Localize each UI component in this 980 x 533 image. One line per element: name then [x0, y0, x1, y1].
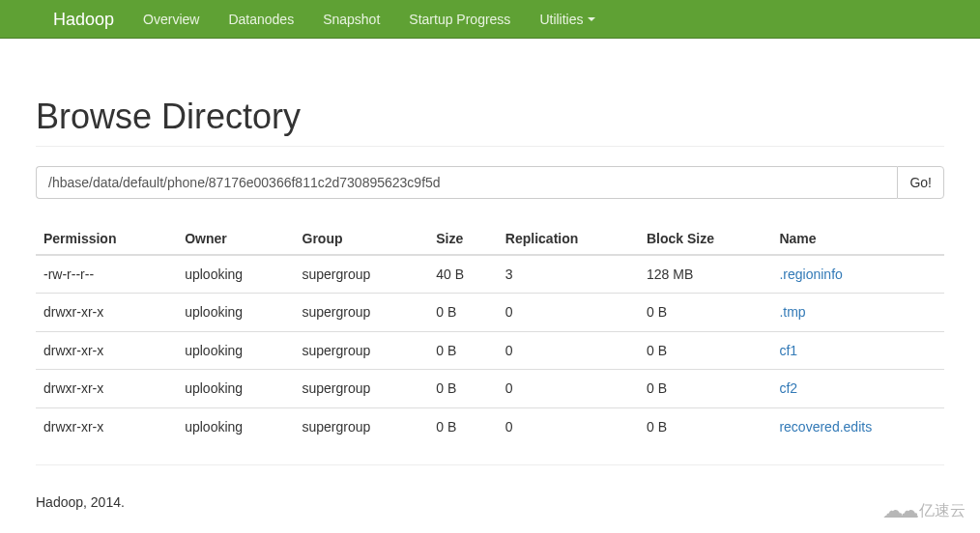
- col-owner: Owner: [177, 223, 294, 255]
- watermark-text: 亿速云: [919, 501, 966, 521]
- cell-block_size: 0 B: [639, 370, 771, 407]
- cloud-icon: ☁☁: [882, 498, 913, 523]
- cell-size: 0 B: [428, 331, 498, 369]
- nav-item-snapshot[interactable]: Snapshot: [308, 0, 394, 39]
- cell-permission: drwxr-xr-x: [36, 407, 177, 445]
- cell-name: .regioninfo: [771, 255, 944, 294]
- cell-permission: -rw-r--r--: [36, 255, 177, 294]
- cell-group: supergroup: [295, 331, 429, 369]
- cell-owner: uplooking: [177, 294, 294, 331]
- footer-divider: [36, 464, 944, 465]
- table-row: drwxr-xr-xuplookingsupergroup0 B00 Breco…: [36, 407, 944, 445]
- cell-name: cf1: [771, 331, 944, 369]
- file-link[interactable]: cf1: [779, 343, 797, 358]
- table-row: -rw-r--r--uplookingsupergroup40 B3128 MB…: [36, 255, 944, 294]
- cell-block_size: 0 B: [639, 331, 771, 369]
- file-link[interactable]: cf2: [779, 380, 797, 396]
- cell-size: 0 B: [428, 407, 498, 445]
- file-link[interactable]: .tmp: [779, 304, 805, 320]
- page-header: Browse Directory: [36, 58, 944, 147]
- cell-size: 0 B: [428, 370, 498, 407]
- cell-size: 40 B: [428, 255, 498, 294]
- cell-name: cf2: [771, 370, 944, 407]
- cell-block_size: 0 B: [639, 407, 771, 445]
- table-body: -rw-r--r--uplookingsupergroup40 B3128 MB…: [36, 255, 944, 445]
- nav-list: OverviewDatanodesSnapshotStartup Progres…: [129, 0, 609, 39]
- file-table: PermissionOwnerGroupSizeReplicationBlock…: [36, 223, 944, 445]
- cell-permission: drwxr-xr-x: [36, 370, 177, 407]
- path-input-group: Go!: [36, 166, 944, 199]
- brand-link[interactable]: Hadoop: [14, 0, 129, 39]
- col-name: Name: [771, 223, 944, 255]
- cell-replication: 0: [498, 370, 639, 407]
- cell-owner: uplooking: [177, 255, 294, 294]
- nav-item-datanodes[interactable]: Datanodes: [214, 0, 308, 39]
- file-link[interactable]: .regioninfo: [779, 266, 842, 282]
- cell-group: supergroup: [295, 407, 429, 445]
- cell-replication: 3: [498, 255, 639, 294]
- col-permission: Permission: [36, 223, 177, 255]
- cell-permission: drwxr-xr-x: [36, 294, 177, 331]
- cell-replication: 0: [498, 294, 639, 331]
- table-header-row: PermissionOwnerGroupSizeReplicationBlock…: [36, 223, 944, 255]
- cell-name: .tmp: [771, 294, 944, 331]
- cell-owner: uplooking: [177, 407, 294, 445]
- cell-name: recovered.edits: [771, 407, 944, 445]
- cell-group: supergroup: [295, 294, 429, 331]
- page-title: Browse Directory: [36, 97, 944, 137]
- cell-size: 0 B: [428, 294, 498, 331]
- cell-block_size: 128 MB: [639, 255, 771, 294]
- cell-block_size: 0 B: [639, 294, 771, 331]
- table-row: drwxr-xr-xuplookingsupergroup0 B00 Bcf2: [36, 370, 944, 407]
- cell-replication: 0: [498, 407, 639, 445]
- col-size: Size: [428, 223, 498, 255]
- cell-permission: drwxr-xr-x: [36, 331, 177, 369]
- table-row: drwxr-xr-xuplookingsupergroup0 B00 B.tmp: [36, 294, 944, 331]
- cell-group: supergroup: [295, 255, 429, 294]
- cell-group: supergroup: [295, 370, 429, 407]
- file-link[interactable]: recovered.edits: [779, 419, 872, 435]
- cell-replication: 0: [498, 331, 639, 369]
- table-row: drwxr-xr-xuplookingsupergroup0 B00 Bcf1: [36, 331, 944, 369]
- cell-owner: uplooking: [177, 331, 294, 369]
- nav-item-overview[interactable]: Overview: [129, 0, 214, 39]
- go-button[interactable]: Go!: [897, 166, 944, 199]
- col-group: Group: [295, 223, 429, 255]
- navbar: Hadoop OverviewDatanodesSnapshotStartup …: [0, 0, 980, 39]
- col-block-size: Block Size: [639, 223, 771, 255]
- footer-text: Hadoop, 2014.: [36, 485, 944, 529]
- cell-owner: uplooking: [177, 370, 294, 407]
- col-replication: Replication: [498, 223, 639, 255]
- chevron-down-icon: [588, 17, 595, 21]
- nav-item-startup-progress[interactable]: Startup Progress: [394, 0, 525, 39]
- watermark: ☁☁ 亿速云: [882, 498, 966, 523]
- main-container: Browse Directory Go! PermissionOwnerGrou…: [21, 58, 959, 529]
- nav-item-utilities[interactable]: Utilities: [525, 0, 609, 39]
- path-input[interactable]: [36, 166, 897, 199]
